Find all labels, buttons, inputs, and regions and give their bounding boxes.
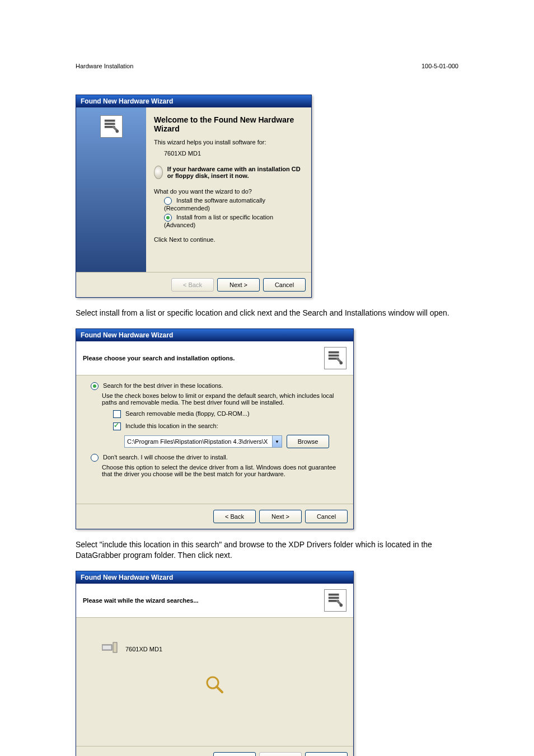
- radio-dont-search[interactable]: Don't search. I will choose the driver t…: [91, 454, 339, 462]
- dialog-titlebar[interactable]: Found New Hardware Wizard: [76, 95, 311, 107]
- search-description: Use the check boxes below to limit or ex…: [102, 392, 339, 406]
- hardware-icon: [102, 641, 118, 657]
- radio-dont-label: Don't search. I will choose the driver t…: [103, 454, 228, 461]
- removable-label: Search removable media (floppy, CD-ROM..…: [125, 410, 250, 417]
- wizard-dialog-welcome: Found New Hardware Wizard Welcome to the…: [76, 95, 312, 298]
- radio-search-best[interactable]: Search for the best driver in these loca…: [91, 382, 339, 390]
- svg-point-0: [115, 130, 119, 133]
- checkbox-icon: [113, 422, 121, 430]
- cancel-button[interactable]: Cancel: [263, 278, 306, 292]
- wizard-icon: [100, 115, 123, 138]
- dialog-titlebar[interactable]: Found New Hardware Wizard: [76, 571, 353, 584]
- wizard-dialog-searching: Found New Hardware Wizard Please wait wh…: [76, 571, 354, 756]
- wizard-welcome-title: Welcome to the Found New Hardware Wizard: [154, 115, 303, 133]
- radio-install-auto[interactable]: Install the software automatically (Reco…: [154, 197, 303, 212]
- back-button[interactable]: < Back: [213, 510, 256, 523]
- wizard-dialog-search-options: Found New Hardware Wizard Please choose …: [76, 328, 354, 529]
- wizard-question: What do you want the wizard to do?: [154, 188, 303, 195]
- dialog-button-row: < Back Next > Cancel: [76, 746, 353, 756]
- dialog-button-row: < Back Next > Cancel: [76, 272, 311, 297]
- magnifier-icon: [204, 674, 226, 696]
- wizard-icon: [324, 347, 346, 369]
- back-button[interactable]: < Back: [213, 752, 256, 756]
- instruction-paragraph-2: Select "include this location in this se…: [76, 539, 458, 561]
- svg-point-1: [340, 361, 343, 365]
- wizard-cd-notice: If your hardware came with an installati…: [167, 166, 303, 179]
- browse-button[interactable]: Browse: [287, 435, 329, 448]
- radio-icon: [164, 197, 172, 205]
- dont-search-description: Choose this option to select the device …: [102, 464, 339, 477]
- radio-list-label: Install from a list or specific location…: [164, 214, 273, 228]
- radio-icon: [91, 454, 99, 462]
- header-left: Hardware Installation: [76, 63, 133, 69]
- wizard-icon: [324, 589, 346, 612]
- checkbox-include-location[interactable]: Include this location in the search:: [113, 422, 339, 430]
- dialog-title: Found New Hardware Wizard: [81, 97, 173, 105]
- radio-search-label: Search for the best driver in these loca…: [103, 382, 223, 389]
- dialog-title: Found New Hardware Wizard: [81, 574, 173, 581]
- location-path-combobox[interactable]: C:\Program Files\Ripstation\Ripstation 4…: [124, 435, 282, 448]
- dialog-button-row: < Back Next > Cancel: [76, 504, 353, 529]
- checkbox-removable-media[interactable]: Search removable media (floppy, CD-ROM..…: [113, 410, 339, 418]
- dialog-header-text: Please wait while the wizard searches...: [83, 597, 199, 604]
- dialog-titlebar[interactable]: Found New Hardware Wizard: [76, 329, 353, 341]
- wizard-side-graphic: [76, 107, 146, 272]
- next-button: Next >: [259, 752, 302, 756]
- dialog-title: Found New Hardware Wizard: [81, 331, 173, 339]
- header-right: 100-5-01-000: [421, 63, 458, 69]
- instruction-paragraph-1: Select install from a list or specific l…: [76, 308, 458, 318]
- svg-point-2: [340, 603, 343, 607]
- svg-rect-4: [103, 646, 111, 649]
- dialog-header-text: Please choose your search and installati…: [83, 355, 235, 361]
- svg-rect-5: [113, 642, 117, 652]
- wizard-device-name: 7601XD MD1: [154, 150, 303, 157]
- radio-auto-label: Install the software automatically (Reco…: [164, 197, 265, 212]
- back-button: < Back: [171, 278, 214, 292]
- radio-icon: [91, 382, 99, 390]
- page-header: Hardware Installation 100-5-01-000: [76, 63, 458, 69]
- path-value: C:\Program Files\Ripstation\Ripstation 4…: [125, 438, 272, 445]
- searching-device-name: 7601XD MD1: [125, 646, 162, 652]
- wizard-continue-text: Click Next to continue.: [154, 236, 303, 243]
- next-button[interactable]: Next >: [259, 510, 302, 523]
- cancel-button[interactable]: Cancel: [305, 510, 348, 523]
- checkbox-icon: [113, 410, 121, 418]
- wizard-intro-text: This wizard helps you install software f…: [154, 139, 303, 145]
- include-label: Include this location in the search:: [125, 422, 218, 429]
- radio-install-list[interactable]: Install from a list or specific location…: [154, 214, 303, 228]
- cd-icon: [154, 166, 163, 179]
- next-button[interactable]: Next >: [217, 278, 260, 292]
- radio-icon: [164, 214, 172, 222]
- chevron-down-icon[interactable]: ▼: [272, 436, 282, 447]
- cancel-button[interactable]: Cancel: [305, 752, 348, 756]
